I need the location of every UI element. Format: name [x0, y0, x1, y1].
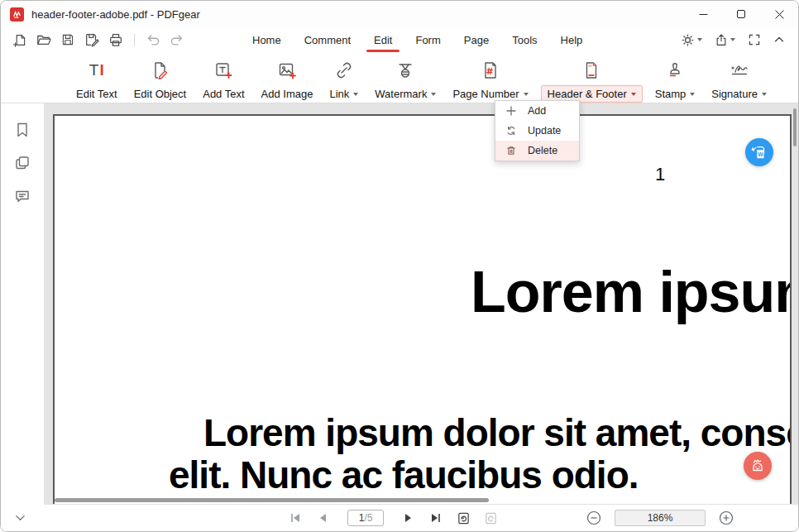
tab-tools[interactable]: Tools [512, 27, 537, 52]
link-icon [334, 59, 354, 82]
document-body-line: Lorem ipsum dolor sit amet, conse [203, 410, 792, 455]
menu-item-label: Update [528, 125, 561, 137]
previous-view-button[interactable] [456, 510, 471, 525]
menu-item-delete[interactable]: Delete [495, 141, 579, 161]
new-file-button[interactable] [11, 31, 29, 49]
collapse-sidebar-button[interactable] [14, 511, 26, 524]
toolbar-item-edit-text[interactable]: TI Edit Text [72, 52, 122, 103]
first-page-button[interactable] [288, 510, 303, 525]
share-button[interactable] [715, 33, 735, 46]
header-footer-dropdown-menu: Add Update Delete [495, 100, 580, 161]
tab-label: Comment [304, 34, 351, 46]
bookmarks-panel-button[interactable] [14, 122, 31, 138]
toolbar-item-label: Edit Object [134, 88, 187, 100]
toolbar-item-stamp[interactable]: Stamp [651, 52, 700, 103]
toolbar-item-link[interactable]: Link [325, 52, 362, 103]
robot-icon [749, 457, 767, 475]
last-page-button[interactable] [428, 510, 443, 525]
zoom-level-input[interactable]: 186% [615, 510, 706, 526]
edit-text-icon: TI [89, 59, 104, 82]
dropdown-caret-icon [690, 93, 695, 96]
menu-item-update[interactable]: Update [495, 121, 579, 141]
page-navigation: 1/5 [288, 505, 498, 531]
open-file-button[interactable] [35, 31, 53, 49]
toolbar-item-label: Add Text [203, 88, 244, 100]
tab-label: Form [415, 34, 440, 46]
toolbar-item-edit-object[interactable]: Edit Object [130, 52, 191, 103]
signature-icon [729, 59, 750, 82]
word-convert-icon: W [750, 143, 768, 161]
toolbar-item-watermark[interactable]: Watermark [371, 52, 440, 103]
page-thumbnails-panel-button[interactable] [14, 155, 31, 171]
total-pages-value: /5 [364, 512, 372, 524]
print-button[interactable] [107, 31, 125, 49]
theme-brightness-button[interactable] [681, 33, 702, 47]
dropdown-caret-icon [353, 93, 358, 96]
zoom-out-button[interactable] [586, 510, 601, 525]
tab-comment[interactable]: Comment [304, 27, 351, 52]
document-body-line: elit. Nunc ac faucibus odio. [169, 453, 639, 497]
menu-item-label: Add [528, 105, 546, 117]
toolbar-separator [134, 34, 135, 46]
menubar: Home Comment Edit Form Page Tools Help [1, 27, 798, 52]
stamp-icon [665, 59, 685, 82]
next-page-button[interactable] [401, 510, 416, 525]
comments-panel-button[interactable] [14, 188, 31, 204]
toolbar-item-add-text[interactable]: Add Text [199, 52, 248, 103]
menu-item-label: Delete [528, 145, 557, 156]
svg-text:W: W [758, 151, 763, 157]
next-view-button[interactable] [483, 510, 498, 525]
dropdown-caret-icon [431, 93, 436, 96]
window-controls [684, 1, 798, 27]
toolbar-item-label: Signature [711, 88, 758, 100]
tab-home[interactable]: Home [252, 27, 281, 52]
ai-assistant-button[interactable] [744, 452, 772, 480]
left-sidebar [1, 103, 44, 531]
vertical-scrollbar[interactable] [793, 108, 797, 146]
tab-form[interactable]: Form [415, 27, 440, 52]
maximize-button[interactable] [722, 1, 760, 27]
edit-object-icon [150, 59, 170, 82]
redo-button[interactable] [168, 31, 186, 49]
toolbar-item-page-number[interactable]: Page Number [448, 52, 532, 103]
zoom-controls: 186% [586, 505, 734, 531]
zoom-in-button[interactable] [719, 510, 734, 525]
menu-tabs: Home Comment Edit Form Page Tools Help [252, 27, 582, 52]
document-canvas[interactable]: 1 Lorem ipsum Lorem ipsum dolor sit amet… [44, 103, 798, 504]
toolbar-item-signature[interactable]: Signature [707, 52, 771, 103]
pdf-page[interactable]: 1 Lorem ipsum Lorem ipsum dolor sit amet… [53, 114, 792, 504]
tab-page[interactable]: Page [464, 27, 489, 52]
page-number-text: 1 [655, 164, 665, 185]
save-button[interactable] [59, 31, 77, 49]
minimize-button[interactable] [684, 1, 722, 27]
header-footer-icon [581, 59, 601, 82]
fullscreen-button[interactable] [748, 33, 761, 46]
dropdown-caret-icon [524, 93, 529, 96]
quick-access-toolbar [11, 31, 186, 49]
convert-to-word-button[interactable]: W [745, 138, 773, 166]
trash-icon [505, 146, 516, 156]
page-number-input[interactable]: 1/5 [347, 510, 384, 526]
window-title: header-footer-adobe.pdf - PDFgear [31, 8, 200, 21]
close-button[interactable] [760, 1, 798, 27]
save-as-button[interactable] [83, 31, 101, 49]
previous-page-button[interactable] [315, 510, 330, 525]
horizontal-scrollbar[interactable] [55, 498, 489, 502]
undo-button[interactable] [144, 31, 162, 49]
pdfgear-logo-icon [10, 7, 24, 22]
tab-help[interactable]: Help [561, 27, 583, 52]
add-text-icon [213, 59, 233, 82]
menu-item-add[interactable]: Add [495, 101, 579, 121]
dropdown-caret-icon [730, 38, 735, 41]
toolbar-item-add-image[interactable]: Add Image [257, 52, 318, 103]
collapse-ribbon-button[interactable] [773, 34, 785, 46]
document-heading: Lorem ipsum [471, 259, 792, 325]
dropdown-caret-icon [762, 93, 767, 96]
tab-label: Home [252, 34, 281, 46]
toolbar-item-header-footer[interactable]: Header & Footer [541, 52, 643, 103]
tab-edit[interactable]: Edit [374, 27, 392, 52]
toolbar-item-label: Add Image [261, 88, 313, 100]
titlebar: header-footer-adobe.pdf - PDFgear [1, 1, 798, 27]
watermark-icon [395, 59, 415, 82]
zoom-level-value: 186% [648, 512, 673, 524]
